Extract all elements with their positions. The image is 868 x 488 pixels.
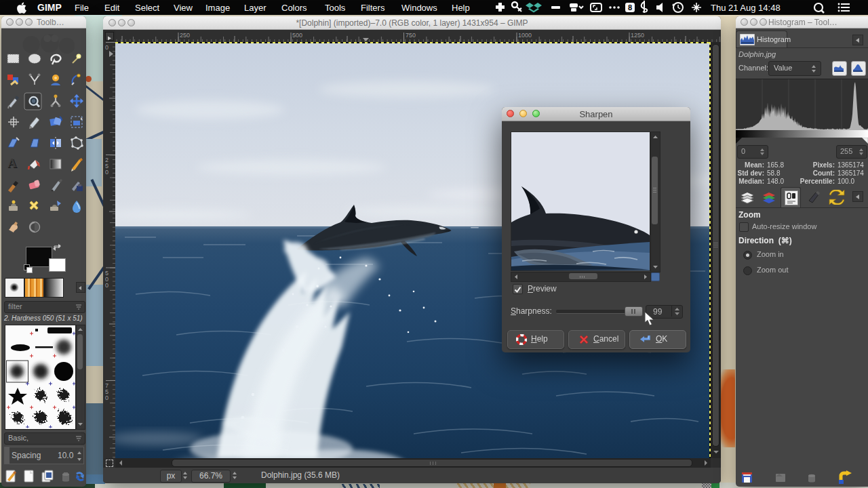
svg-text:1250: 1250 (631, 32, 644, 39)
svg-text:750: 750 (406, 32, 416, 39)
svg-text:0: 0 (105, 44, 108, 51)
svg-text:A: A (7, 156, 17, 170)
svg-text:0: 0 (105, 169, 108, 176)
svg-text:0: 0 (105, 282, 108, 289)
svg-text:1000: 1000 (518, 32, 532, 39)
svg-text:500: 500 (292, 32, 302, 39)
svg-text:250: 250 (180, 32, 190, 39)
svg-text:8: 8 (628, 3, 632, 12)
svg-text:0: 0 (105, 394, 108, 401)
